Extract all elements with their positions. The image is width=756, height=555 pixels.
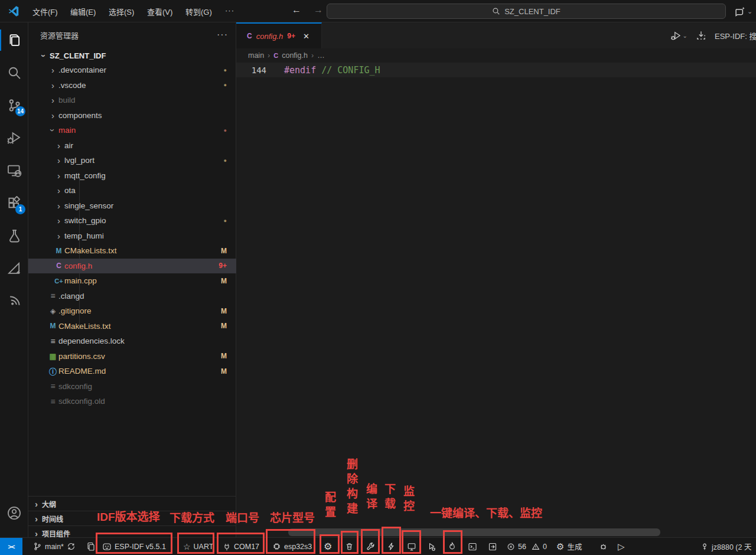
menu-selection[interactable]: 选择(S) — [109, 6, 134, 17]
chevron-collapsed-icon: › — [53, 185, 64, 195]
cmake-build-button[interactable]: ⚙ 生成 — [556, 538, 582, 555]
breadcrumb-separator-icon: › — [311, 51, 314, 60]
annotation-download: 下载 — [381, 483, 397, 512]
tree-item-dependencies-lock[interactable]: ≡ dependencies.lock — [28, 334, 236, 349]
code-directive: #endif — [284, 65, 316, 76]
cmake-launch-button[interactable]: ▷ — [618, 538, 625, 555]
activity-explorer[interactable] — [0, 26, 28, 54]
activity-account[interactable] — [0, 499, 28, 527]
tree-item-switch-gpio[interactable]: › switch_gpio ● — [28, 213, 236, 228]
problems-item[interactable]: 56 0 — [507, 538, 547, 555]
code-line-144[interactable]: 144 #endif // CONFIG_H — [236, 63, 756, 77]
tree-root-folder[interactable]: › SZ_CLENT_IDF — [28, 48, 236, 63]
activity-espressif[interactable] — [0, 286, 28, 315]
export-arrow-icon — [488, 542, 497, 551]
menu-overflow-icon[interactable]: ··· — [225, 6, 234, 15]
tunnel-device-label: jz8880 (2 天 — [712, 541, 751, 552]
activity-espidf-explorer[interactable] — [0, 254, 28, 282]
tree-item-lvgl-port[interactable]: › lvgl_port ● — [28, 153, 236, 168]
tree-item-air[interactable]: › air — [28, 138, 236, 154]
tree-item-cmakelists-main[interactable]: M CMakeLists.txt M — [28, 243, 236, 259]
activity-run-debug[interactable] — [0, 123, 28, 152]
tree-item-sdkconfig[interactable]: ≡ sdkconfig — [28, 379, 236, 394]
tree-item-devcontainer[interactable]: › .devcontainer ● — [28, 63, 236, 78]
extensions-badge: 1 — [15, 204, 25, 214]
git-sync-button[interactable] — [67, 538, 76, 555]
sidebar-title: 资源管理器 — [40, 30, 79, 41]
copilot-icon[interactable] — [734, 5, 746, 17]
breadcrumb-main[interactable]: main — [248, 51, 264, 60]
line-number: 144 — [236, 66, 278, 75]
activity-testing[interactable] — [0, 221, 28, 250]
espidf-action-label[interactable]: ESP-IDF: 搜 — [715, 30, 756, 41]
tree-item-gitignore[interactable]: ◈ .gitignore M — [28, 303, 236, 319]
menu-edit[interactable]: 编辑(E) — [70, 6, 96, 17]
tree-item-readme-md[interactable]: ⓘ README.md M — [28, 364, 236, 379]
chevron-collapsed-icon: › — [53, 201, 64, 211]
nav-back-icon[interactable]: ← — [292, 5, 301, 15]
nav-forward-icon: → — [314, 5, 323, 15]
tree-item-components[interactable]: › components — [28, 108, 236, 123]
menu-file[interactable]: 文件(F) — [32, 6, 58, 17]
config-file-icon: ≡ — [47, 381, 58, 391]
chevron-collapsed-icon: › — [47, 95, 58, 105]
gear-icon: ⚙ — [556, 542, 564, 551]
cmake-debug-button[interactable] — [599, 538, 608, 555]
tree-item-main-cpp[interactable]: C+ main.cpp M — [28, 273, 236, 289]
editor-group: C config.h 9+ ✕ ⌄ ESP-IDF: 搜 main › C co… — [236, 22, 756, 537]
activity-search[interactable] — [0, 58, 28, 87]
tree-item-main[interactable]: › main ● — [28, 123, 236, 138]
tree-item-partitions-csv[interactable]: ▦ partitions.csv M — [28, 349, 236, 364]
chevron-collapsed-icon: › — [53, 171, 64, 181]
c-header-file-icon: C — [53, 262, 64, 270]
breadcrumb[interactable]: main › C config.h › … — [236, 48, 756, 63]
tab-config-h[interactable]: C config.h 9+ ✕ — [236, 22, 322, 48]
tree-item-single-sensor[interactable]: › single_sensor — [28, 198, 236, 214]
tunnel-device-item[interactable]: jz8880 (2 天 — [700, 538, 756, 555]
search-value: SZ_CLENT_IDF — [504, 7, 561, 16]
tab-problems-badge: 9+ — [287, 32, 295, 40]
activity-source-control[interactable]: 14 — [0, 91, 28, 119]
tree-item-build[interactable]: › build — [28, 93, 236, 108]
breadcrumb-config-h[interactable]: config.h — [282, 51, 308, 60]
tab-close-icon[interactable]: ✕ — [303, 32, 309, 41]
breadcrumb-symbol-ellipsis[interactable]: … — [317, 51, 325, 60]
chevron-collapsed-icon: › — [53, 231, 64, 241]
open-external-button[interactable] — [488, 538, 497, 555]
sidebar-more-actions-icon[interactable]: ··· — [217, 30, 228, 40]
annotation-one-click: 一键编译、下载、监控 — [430, 504, 542, 520]
tree-item-cmakelists-root[interactable]: M CMakeLists.txt M — [28, 319, 236, 334]
terminal-button[interactable] — [468, 538, 477, 555]
espidf-download-button[interactable] — [696, 30, 706, 41]
annotation-configure: 配置 — [321, 491, 337, 521]
tree-item-temp-humi[interactable]: › temp_humi — [28, 228, 236, 244]
menu-goto[interactable]: 转到(G) — [185, 6, 212, 17]
problems-badge: 9+ — [219, 262, 227, 270]
readme-info-file-icon: ⓘ — [47, 365, 58, 377]
modified-dot: ● — [224, 218, 227, 224]
tree-item-mqtt-config[interactable]: › mqtt_config — [28, 168, 236, 184]
build-label: 生成 — [567, 541, 582, 552]
annotation-delete-build: 删除构建 — [343, 458, 359, 517]
workspace-files-button[interactable] — [86, 538, 96, 555]
tree-item-ota[interactable]: › ota — [28, 183, 236, 198]
remote-indicator[interactable]: >< — [0, 538, 22, 555]
tree-item-clangd[interactable]: ≡ .clangd — [28, 289, 236, 304]
activity-remote-explorer[interactable] — [0, 156, 28, 185]
chevron-collapsed-icon: › — [53, 155, 64, 165]
activity-extensions[interactable]: 1 — [0, 189, 28, 217]
chevron-down-icon: ⌄ — [683, 32, 687, 39]
command-center-search[interactable]: SZ_CLENT_IDF — [327, 4, 726, 19]
debug-run-button[interactable]: ⌄ — [670, 30, 687, 41]
chevron-expanded-icon: › — [48, 125, 58, 136]
debug-button[interactable] — [426, 538, 436, 555]
tree-item-vscode[interactable]: › .vscode ● — [28, 78, 236, 93]
cmake-file-icon: M — [47, 322, 58, 330]
warning-icon — [532, 543, 540, 551]
tree-item-config-h[interactable]: C config.h 9+ — [28, 259, 236, 274]
tree-item-sdkconfig-old[interactable]: ≡ sdkconfig.old — [28, 394, 236, 409]
git-branch-item[interactable]: main* — [33, 538, 64, 555]
copilot-chevron-icon[interactable]: ⌄ — [747, 8, 752, 15]
menu-view[interactable]: 查看(V) — [147, 6, 172, 17]
chevron-collapsed-icon: › — [53, 141, 64, 151]
